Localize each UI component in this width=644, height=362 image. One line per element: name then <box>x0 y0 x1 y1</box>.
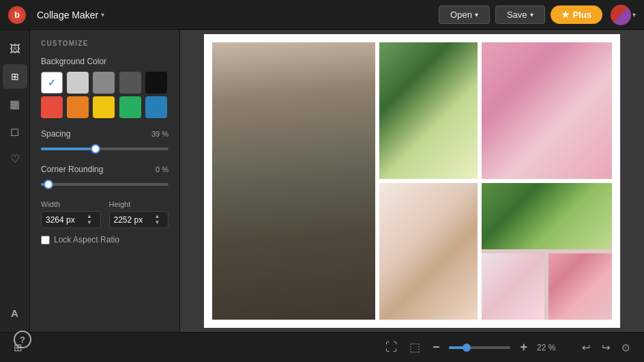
sidebar-item-layout[interactable]: ▦ <box>3 92 27 116</box>
topbar: b Collage Maker ▾ Open ▾ Save ▾ ★ Plus ▾ <box>0 0 644 30</box>
history-button[interactable]: ⊙ <box>619 339 633 357</box>
color-swatch-black[interactable] <box>145 72 167 94</box>
spacing-thumb[interactable] <box>91 144 100 154</box>
color-swatch-orange[interactable] <box>67 96 89 118</box>
spacing-value: 39 % <box>151 130 169 138</box>
expand-button[interactable]: ⬚ <box>407 337 423 357</box>
color-swatch-blue[interactable] <box>145 96 167 118</box>
plus-upgrade-button[interactable]: ★ Plus <box>551 5 602 24</box>
width-input[interactable] <box>46 215 87 225</box>
color-swatch-mid-gray[interactable] <box>93 72 115 94</box>
color-swatch-green[interactable] <box>119 96 141 118</box>
sidebar-item-favorites[interactable]: ♡ <box>3 146 27 171</box>
bg-color-label: Background Color <box>41 57 169 66</box>
height-input[interactable] <box>114 215 155 225</box>
zoom-thumb[interactable] <box>463 344 471 352</box>
app-title[interactable]: Collage Maker ▾ <box>37 10 104 20</box>
corner-value: 0 % <box>156 165 169 173</box>
color-swatch-light-gray[interactable] <box>67 72 89 94</box>
layout-icon: ▦ <box>10 98 20 111</box>
shape-icon: ◻ <box>10 125 19 138</box>
lock-aspect-row: Lock Aspect Ratio <box>41 235 169 245</box>
color-swatch-red[interactable] <box>41 96 63 118</box>
spacing-slider-row: Spacing 39 % <box>41 129 169 155</box>
bottom-bar: ⊞ ⛶ ⬚ − + 22 % ↩ ↪ ⊙ <box>0 332 644 362</box>
app-title-chevron: ▾ <box>101 11 104 18</box>
spacing-track <box>41 148 169 150</box>
lock-aspect-checkbox[interactable] <box>41 236 50 245</box>
height-down-button[interactable]: ▼ <box>155 220 160 225</box>
height-spinners: ▲ ▼ <box>155 214 160 225</box>
width-label: Width <box>41 200 101 208</box>
image-icon: 🖼 <box>10 43 20 55</box>
user-avatar[interactable] <box>611 5 631 25</box>
collage-cell-5b1[interactable] <box>482 253 545 320</box>
collage-cell-5b2[interactable] <box>548 253 612 320</box>
width-input-wrap: ▲ ▼ <box>41 211 101 228</box>
color-swatches <box>41 72 169 118</box>
dimensions-row: Width ▲ ▼ Height ▲ ▼ <box>41 200 169 228</box>
main-content: 🖼 ⊞ ▦ ◻ ♡ A CUSTOMIZE Background Color <box>0 30 644 332</box>
height-group: Height ▲ ▼ <box>109 200 169 228</box>
sidebar-item-image[interactable]: 🖼 <box>3 37 27 61</box>
sidebar-item-sliders[interactable]: ⊞ <box>3 64 27 89</box>
sidebar-item-text[interactable]: A <box>3 301 27 325</box>
icon-sidebar: 🖼 ⊞ ▦ ◻ ♡ A <box>0 30 30 332</box>
undo-button[interactable]: ↩ <box>579 339 594 357</box>
canvas-area <box>180 30 644 332</box>
corner-rounding-slider-row: Corner Rounding 0 % <box>41 165 169 191</box>
height-label: Height <box>109 200 169 208</box>
panel-title: CUSTOMIZE <box>41 40 169 47</box>
spacing-fill <box>41 148 91 150</box>
corner-thumb[interactable] <box>44 180 53 189</box>
fit-frame-button[interactable]: ⛶ <box>383 338 400 357</box>
star-icon: ★ <box>561 10 570 20</box>
collage-cell-5a[interactable] <box>482 183 612 249</box>
corner-track <box>41 183 169 186</box>
zoom-track <box>449 346 510 349</box>
color-swatch-white[interactable] <box>41 72 63 94</box>
app-name: Collage Maker <box>37 10 98 20</box>
save-button[interactable]: Save ▾ <box>495 5 545 24</box>
text-icon: A <box>11 307 18 319</box>
width-up-button[interactable]: ▲ <box>87 214 92 219</box>
avatar-chevron[interactable]: ▾ <box>632 11 636 18</box>
collage-cell-1[interactable] <box>212 42 375 320</box>
app-logo[interactable]: b <box>8 6 26 24</box>
collage-cell-3[interactable] <box>482 42 612 179</box>
width-spinners: ▲ ▼ <box>87 214 92 225</box>
collage-cell-5 <box>482 183 612 320</box>
avatar-image <box>611 5 631 25</box>
zoom-percent: 22 % <box>537 343 561 352</box>
zoom-plus-button[interactable]: + <box>517 337 530 357</box>
collage-canvas <box>204 34 620 328</box>
collage-cell-4[interactable] <box>379 183 478 320</box>
color-swatch-yellow[interactable] <box>93 96 115 118</box>
sidebar-item-shape[interactable]: ◻ <box>3 119 27 143</box>
color-swatch-dark-gray[interactable] <box>119 72 141 94</box>
help-button[interactable]: ? <box>14 331 31 348</box>
zoom-minus-button[interactable]: − <box>430 337 443 357</box>
corner-label: Corner Rounding <box>41 165 103 174</box>
lock-aspect-label: Lock Aspect Ratio <box>54 235 119 245</box>
height-input-wrap: ▲ ▼ <box>109 211 169 228</box>
sliders-icon: ⊞ <box>11 71 19 82</box>
height-up-button[interactable]: ▲ <box>155 214 160 219</box>
spacing-label: Spacing <box>41 129 70 139</box>
heart-icon: ♡ <box>10 152 20 165</box>
redo-button[interactable]: ↪ <box>599 339 613 357</box>
width-down-button[interactable]: ▼ <box>87 220 92 225</box>
customize-panel: CUSTOMIZE Background Color Spacing 39 % <box>30 30 180 332</box>
collage-cell-2[interactable] <box>379 42 478 179</box>
width-group: Width ▲ ▼ <box>41 200 101 228</box>
collage-cell-5b <box>482 253 612 320</box>
open-button[interactable]: Open ▾ <box>439 5 490 24</box>
